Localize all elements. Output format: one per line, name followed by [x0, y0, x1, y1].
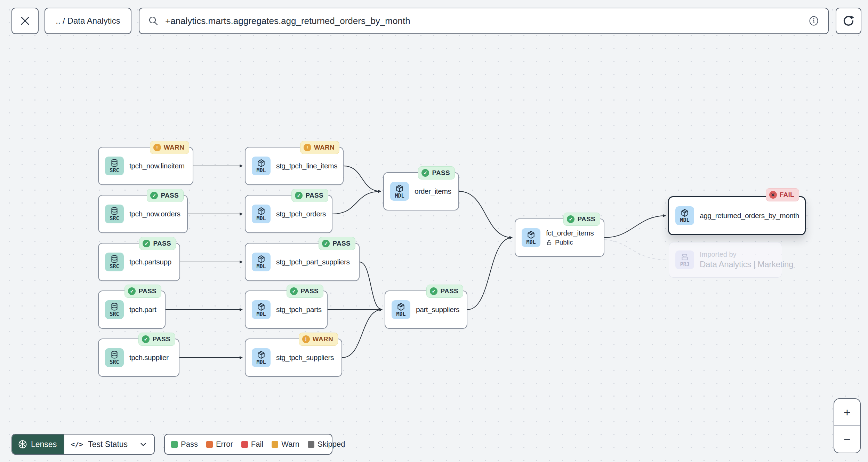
src-chip: SRC [105, 205, 124, 223]
status-badge-pass: ✓PASS [139, 237, 176, 250]
node-text: stg_tpch_parts [276, 305, 322, 314]
node-agg_returned_orders_by_month[interactable]: MDLagg_returned_orders_by_month✕FAIL [668, 196, 806, 235]
node-text: stg_tpch_suppliers [276, 353, 334, 362]
model-cube-icon [527, 230, 536, 239]
node-stg_tpch_part_suppliers[interactable]: MDLstg_tpch_part_suppliers✓PASS [245, 243, 360, 281]
legend-label: Pass [181, 440, 198, 449]
edge-fct_order_items-to-agg_returned_orders_by_month [604, 216, 666, 238]
lens-selector-dropdown[interactable]: </> Test Status [64, 435, 154, 454]
search-input[interactable] [165, 16, 808, 26]
node-stg_tpch_parts[interactable]: MDLstg_tpch_parts✓PASS [245, 290, 328, 329]
node-label: order_items [415, 187, 451, 196]
zoom-in-button[interactable]: + [834, 399, 860, 425]
mdl-chip: MDL [522, 228, 540, 247]
node-label: stg_tpch_parts [276, 305, 322, 314]
status-icon: ✓ [322, 240, 330, 247]
close-button[interactable] [11, 8, 39, 34]
legend-label: Warn [281, 440, 299, 449]
breadcrumb-label: .. / Data Analytics [56, 16, 120, 26]
node-tpch_now_orders[interactable]: SRCtpch_now.orders✓PASS [98, 195, 188, 233]
status-icon: ✓ [143, 240, 150, 247]
legend-swatch [206, 441, 213, 448]
status-badge-pass: ✓PASS [426, 285, 463, 298]
mdl-chip: MDL [252, 300, 271, 319]
model-cube-icon [257, 350, 266, 359]
node-tpch_supplier[interactable]: SRCtpch.supplier✓PASS [98, 338, 179, 377]
status-icon: ✓ [290, 287, 298, 295]
node-text: stg_tpch_part_suppliers [276, 258, 349, 266]
refresh-icon [842, 14, 855, 28]
legend-swatch [272, 441, 278, 448]
status-badge-pass: ✓PASS [287, 285, 323, 298]
node-fct_order_items[interactable]: MDLfct_order_itemsPublic✓PASS [515, 218, 604, 257]
test-status-legend: PassErrorFailWarnSkipped [164, 434, 332, 455]
node-text: stg_tpch_orders [276, 210, 326, 218]
legend-label: Fail [251, 440, 263, 449]
minus-icon: − [844, 433, 851, 445]
status-badge-pass: ✓PASS [138, 333, 175, 346]
status-icon: ! [302, 335, 310, 343]
node-stg_tpch_line_items[interactable]: MDLstg_tpch_line_items!WARN [245, 147, 344, 185]
node-label: agg_returned_orders_by_month [700, 212, 799, 220]
imported-by-label: Imported by [700, 250, 793, 258]
edge-stg_tpch_suppliers-to-part_suppliers [342, 310, 382, 358]
public-lock-icon [546, 239, 553, 246]
plus-icon: + [844, 406, 851, 418]
legend-swatch [171, 441, 178, 448]
node-label: part_suppliers [416, 305, 459, 314]
mdl-chip: MDL [252, 205, 271, 223]
database-icon [110, 302, 119, 311]
breadcrumb[interactable]: .. / Data Analytics [45, 8, 131, 34]
status-icon: ✓ [128, 287, 136, 295]
model-cube-icon [395, 184, 404, 193]
node-label: tpch.supplier [129, 353, 169, 362]
info-icon[interactable] [808, 15, 820, 27]
status-badge-warn: !WARN [150, 141, 189, 154]
search-bar[interactable] [139, 8, 829, 34]
node-stg_tpch_suppliers[interactable]: MDLstg_tpch_suppliers!WARN [245, 338, 342, 377]
code-icon: </> [71, 440, 83, 448]
node-part_suppliers[interactable]: MDLpart_suppliers✓PASS [385, 290, 467, 329]
node-label: stg_tpch_line_items [276, 162, 337, 170]
node-text: tpch.part [129, 305, 156, 314]
status-badge-pass: ✓PASS [563, 213, 600, 226]
status-badge-pass: ✓PASS [124, 285, 161, 298]
model-cube-icon [257, 207, 266, 216]
node-order_items[interactable]: MDLorder_items✓PASS [383, 172, 459, 210]
status-badge-warn: !WARN [299, 333, 338, 346]
src-chip: SRC [105, 348, 124, 367]
model-cube-icon [257, 255, 266, 264]
status-icon: ✓ [295, 192, 303, 199]
node-visibility: Public [546, 239, 594, 246]
node-label: stg_tpch_part_suppliers [276, 258, 349, 266]
edge-stg_tpch_orders-to-order_items [332, 191, 381, 214]
database-icon [110, 207, 119, 216]
node-text: agg_returned_orders_by_month [700, 212, 799, 220]
src-chip: SRC [105, 253, 124, 271]
lens-selector-label: Test Status [88, 440, 128, 449]
src-chip: SRC [105, 157, 124, 175]
refresh-button[interactable] [836, 8, 861, 34]
node-label: tpch.partsupp [129, 258, 171, 266]
database-icon [110, 255, 119, 264]
status-icon: ✓ [430, 287, 437, 295]
node-label: fct_order_items [546, 229, 594, 237]
status-icon: ✓ [567, 215, 574, 223]
dashed-edge-fct_order_items-to-imported_marketing [604, 240, 667, 260]
status-badge-pass: ✓PASS [418, 166, 455, 180]
status-badge-pass: ✓PASS [291, 189, 328, 202]
node-tpch_now_lineitem[interactable]: SRCtpch_now.lineitem!WARN [98, 147, 193, 185]
model-cube-icon [680, 208, 689, 217]
node-tpch_partsupp[interactable]: SRCtpch.partsupp✓PASS [98, 243, 180, 281]
edge-order_items-to-fct_order_items [459, 191, 512, 238]
mdl-chip: MDL [390, 182, 409, 201]
node-tpch_part[interactable]: SRCtpch.part✓PASS [98, 290, 166, 329]
legend-swatch [241, 441, 248, 448]
node-stg_tpch_orders[interactable]: MDLstg_tpch_orders✓PASS [245, 195, 332, 233]
zoom-out-button[interactable]: − [834, 426, 860, 453]
lenses-label: Lenses [31, 440, 57, 449]
node-text: order_items [415, 187, 451, 196]
status-icon: ✓ [142, 335, 150, 343]
lenses-button[interactable]: Lenses [12, 435, 64, 454]
node-imported_marketing[interactable]: PRJImported byData Analytics | Marketing [669, 242, 782, 278]
